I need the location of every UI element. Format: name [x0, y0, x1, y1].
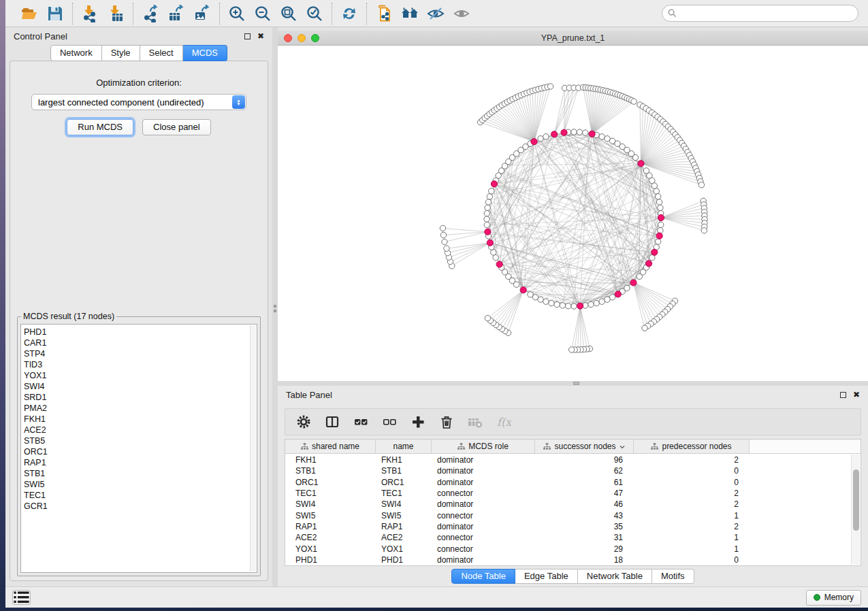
export-table-button[interactable] [165, 3, 188, 24]
scrollbar-thumb[interactable] [853, 469, 859, 531]
close-panel-icon[interactable]: ✖ [257, 32, 264, 40]
column-header-MCDS-role[interactable]: MCDS role [432, 440, 535, 453]
table-cell[interactable]: 0 [634, 555, 750, 565]
table-cell[interactable]: ORC1 [376, 478, 432, 487]
run-mcds-button[interactable]: Run MCDS [67, 119, 133, 135]
table-cell[interactable]: 35 [535, 522, 634, 531]
vertical-splitter[interactable] [272, 27, 278, 587]
search-input[interactable] [680, 9, 852, 18]
table-cell[interactable]: 1 [634, 544, 750, 554]
column-header-successor-nodes[interactable]: successor nodes [535, 440, 634, 453]
refresh-button[interactable] [338, 3, 361, 24]
save-session-button[interactable] [44, 3, 67, 24]
tab-style[interactable]: Style [102, 45, 140, 61]
list-item[interactable]: SWI4 [24, 381, 257, 392]
tab-motifs[interactable]: Motifs [652, 569, 694, 584]
table-cell[interactable]: STB1 [285, 466, 376, 476]
table-cell[interactable]: 2 [634, 489, 750, 498]
list-item[interactable]: GCR1 [24, 501, 257, 512]
list-item[interactable]: TEC1 [24, 490, 257, 501]
table-cell[interactable]: 29 [535, 544, 634, 554]
table-cell[interactable]: STB1 [376, 466, 432, 476]
import-table-button[interactable] [104, 3, 127, 24]
table-cell[interactable]: connector [432, 533, 535, 542]
column-header-predecessor-nodes[interactable]: predecessor nodes [634, 440, 750, 453]
network-window-titlebar[interactable]: YPA_prune.txt_1 [278, 31, 868, 46]
zoom-in-button[interactable] [225, 3, 248, 24]
table-cell[interactable]: connector [432, 489, 535, 498]
table-cell[interactable]: RAP1 [376, 522, 432, 531]
network-graph[interactable] [278, 46, 868, 381]
column-header-name[interactable]: name [376, 440, 432, 453]
zoom-selected-button[interactable] [303, 3, 326, 24]
table-cell[interactable]: 0 [634, 478, 750, 487]
table-cell[interactable]: 31 [535, 533, 634, 542]
table-cell[interactable]: 2 [634, 499, 750, 509]
table-options-button[interactable] [295, 413, 312, 431]
table-row[interactable]: RAP1RAP1dominator352 [285, 521, 851, 532]
table-cell[interactable]: TEC1 [376, 489, 432, 498]
table-scrollbar[interactable] [851, 455, 860, 565]
clear-row-selection-button[interactable] [381, 413, 398, 431]
tab-edge-table[interactable]: Edge Table [515, 569, 578, 584]
network-canvas[interactable] [278, 46, 868, 381]
table-cell[interactable]: dominator [432, 555, 535, 565]
table-cell[interactable]: SWI5 [285, 511, 376, 521]
list-item[interactable]: STP4 [24, 348, 257, 359]
table-cell[interactable]: YOX1 [285, 544, 376, 554]
table-cell[interactable]: 47 [535, 489, 634, 498]
tab-network-table[interactable]: Network Table [578, 569, 652, 584]
table-cell[interactable]: connector [432, 544, 535, 554]
list-item[interactable]: PMA2 [24, 403, 257, 414]
table-cell[interactable]: 1 [634, 511, 750, 521]
table-cell[interactable]: 1 [634, 533, 750, 542]
table-cell[interactable]: SWI4 [285, 499, 376, 509]
table-cell[interactable]: dominator [432, 522, 535, 531]
close-panel-button[interactable]: Close panel [142, 119, 211, 135]
list-item[interactable]: ACE2 [24, 425, 257, 435]
list-item[interactable]: FKH1 [24, 414, 257, 425]
mcds-result-list[interactable]: PHD1CAR1STP4TID3YOX1SWI4SRD1PMA2FKH1ACE2… [20, 324, 257, 573]
table-cell[interactable]: 2 [634, 455, 750, 465]
list-item[interactable]: STB1 [24, 468, 257, 479]
minimize-window-icon[interactable] [298, 34, 306, 42]
maximize-window-icon[interactable] [311, 34, 319, 42]
table-cell[interactable]: dominator [432, 466, 535, 476]
list-item[interactable]: STB5 [24, 435, 257, 446]
close-window-icon[interactable] [284, 34, 292, 42]
table-cell[interactable]: dominator [432, 455, 535, 465]
delete-columns-button[interactable] [438, 413, 455, 431]
tab-network[interactable]: Network [50, 45, 102, 61]
float-table-panel-icon[interactable] [840, 392, 846, 398]
zoom-out-button[interactable] [251, 3, 274, 24]
table-row[interactable]: ACE2ACE2connector311 [285, 532, 851, 543]
search-box[interactable] [662, 5, 858, 22]
toggle-column-panel-button[interactable] [323, 413, 341, 431]
tab-select[interactable]: Select [140, 45, 183, 61]
list-item[interactable]: PHD1 [24, 327, 257, 337]
tab-node-table[interactable]: Node Table [451, 569, 515, 584]
clone-network-button[interactable] [372, 3, 396, 24]
task-history-button[interactable] [12, 590, 31, 605]
table-cell[interactable]: PHD1 [376, 555, 432, 565]
create-column-button[interactable] [409, 413, 427, 431]
list-item[interactable]: ORC1 [24, 446, 257, 457]
memory-button[interactable]: Memory [806, 590, 861, 606]
table-cell[interactable]: 62 [535, 466, 634, 476]
list-item[interactable]: SRD1 [24, 392, 257, 403]
zoom-fit-button[interactable] [277, 3, 300, 24]
list-item[interactable]: SWI5 [24, 479, 257, 490]
table-cell[interactable]: 96 [535, 455, 634, 465]
select-all-rows-button[interactable] [352, 413, 370, 431]
table-cell[interactable]: YOX1 [376, 544, 432, 554]
table-cell[interactable]: 43 [535, 511, 634, 521]
table-cell[interactable]: PHD1 [285, 555, 376, 565]
table-cell[interactable]: ORC1 [285, 478, 376, 487]
table-cell[interactable]: SWI4 [376, 499, 432, 509]
table-cell[interactable]: FKH1 [376, 455, 432, 465]
tab-mcds[interactable]: MCDS [183, 45, 227, 61]
hide-selected-button[interactable] [424, 3, 447, 24]
float-window-icon[interactable] [244, 33, 251, 39]
table-row[interactable]: STB1STB1dominator620 [285, 465, 851, 476]
import-network-button[interactable] [78, 3, 101, 24]
